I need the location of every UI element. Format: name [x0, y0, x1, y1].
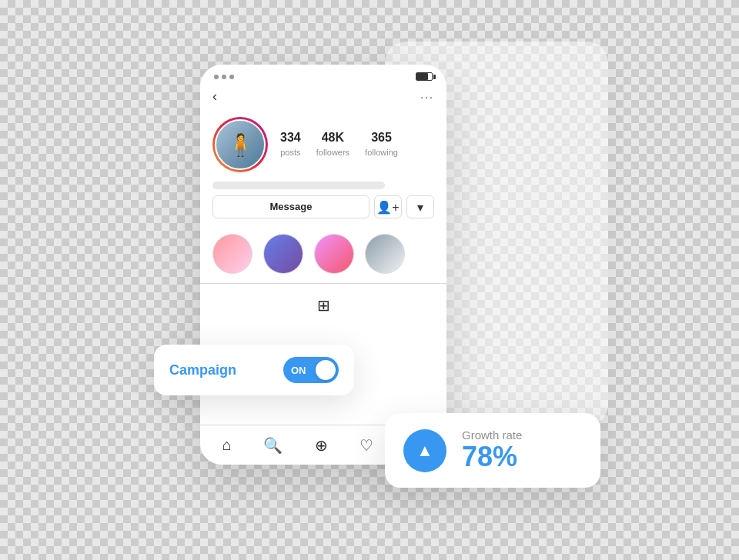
follow-button[interactable]: 👤+ [374, 195, 402, 218]
chevron-down-icon: ▾ [417, 200, 423, 215]
more-button[interactable]: ··· [420, 91, 434, 103]
nav-bar: ‹ ··· [200, 85, 446, 111]
action-buttons: Message 👤+ ▾ [200, 195, 446, 228]
back-button[interactable]: ‹ [212, 88, 217, 105]
campaign-label: Campaign [169, 362, 236, 378]
highlight-circle-4 [365, 234, 405, 274]
campaign-card: Campaign ON [154, 345, 354, 395]
following-label: following [365, 148, 398, 157]
phone-mockup: ‹ ··· 🧍 334 posts 48K followers 3 [200, 65, 446, 465]
highlight-2[interactable] [263, 234, 303, 274]
dot-2 [222, 75, 226, 79]
highlight-4[interactable] [365, 234, 405, 274]
avatar-ring: 🧍 [212, 117, 268, 172]
followers-label: followers [316, 148, 349, 157]
highlight-circle-2 [263, 234, 303, 274]
grid-view-icon[interactable]: ⊞ [317, 296, 330, 315]
grid-row: ⊞ [200, 290, 446, 321]
dropdown-button[interactable]: ▾ [406, 195, 434, 218]
search-icon[interactable]: 🔍 [263, 436, 283, 455]
profile-section: 🧍 334 posts 48K followers 365 following [200, 111, 446, 182]
stat-followers: 48K followers [316, 131, 349, 158]
heart-icon[interactable]: ♡ [359, 436, 373, 455]
highlights-row [200, 228, 446, 283]
dot-1 [214, 75, 219, 79]
scene: ‹ ··· 🧍 334 posts 48K followers 3 [154, 42, 585, 518]
follow-icon: 👤+ [376, 200, 399, 215]
growth-rate-label: Growth rate [462, 428, 522, 442]
campaign-toggle[interactable]: ON [283, 357, 339, 383]
posts-count: 334 [280, 131, 301, 145]
dot-3 [229, 75, 234, 79]
posts-label: posts [280, 148, 300, 157]
highlight-1[interactable] [212, 234, 252, 274]
add-icon[interactable]: ⊕ [315, 436, 328, 455]
growth-rate-card: ▲ Growth rate 78% [385, 413, 600, 488]
stat-posts: 334 posts [280, 131, 301, 158]
growth-rate-value: 78% [462, 442, 522, 472]
avatar[interactable]: 🧍 [215, 119, 266, 170]
growth-text: Growth rate 78% [462, 428, 522, 472]
signal-dots [214, 75, 234, 79]
battery-fill [416, 73, 428, 80]
growth-icon-circle: ▲ [403, 429, 446, 472]
stat-following: 365 following [365, 131, 398, 158]
message-button[interactable]: Message [212, 195, 370, 218]
status-bar [200, 65, 446, 85]
profile-name-bar [212, 182, 385, 189]
highlight-circle-3 [314, 234, 354, 274]
highlight-3[interactable] [314, 234, 354, 274]
separator [200, 283, 446, 284]
chevron-up-icon: ▲ [416, 441, 433, 461]
profile-stats: 334 posts 48K followers 365 following [280, 131, 434, 158]
following-count: 365 [365, 131, 398, 145]
toggle-knob [316, 360, 336, 380]
followers-count: 48K [316, 131, 349, 145]
avatar-container: 🧍 [212, 117, 268, 172]
toggle-label: ON [291, 365, 306, 376]
home-icon[interactable]: ⌂ [222, 436, 232, 454]
battery-icon [416, 72, 433, 81]
highlight-circle-1 [212, 234, 252, 274]
